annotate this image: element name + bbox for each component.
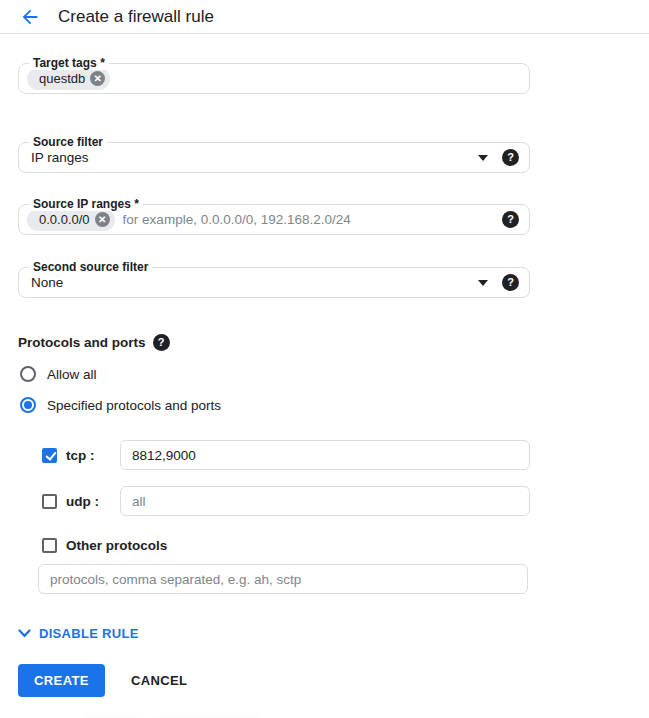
chip-close-icon[interactable]: ✕ (90, 71, 105, 86)
second-source-filter-label: Second source filter (29, 260, 152, 274)
other-protocols-checkbox[interactable] (42, 538, 57, 553)
other-protocols-row: Other protocols (18, 538, 530, 553)
source-filter-help-icon[interactable]: ? (502, 149, 519, 166)
radio-specified-label: Specified protocols and ports (47, 398, 221, 413)
tcp-ports-input[interactable] (120, 440, 530, 470)
tcp-checkbox[interactable] (42, 448, 57, 463)
back-button[interactable] (14, 1, 46, 33)
source-filter-label: Source filter (29, 135, 107, 149)
tcp-label: tcp : (66, 448, 120, 463)
firewall-rule-form: Target tags * questdb ✕ Source filter IP… (18, 63, 530, 718)
dropdown-arrow-icon[interactable] (478, 280, 488, 286)
udp-label: udp : (66, 494, 120, 509)
chip-text: 0.0.0.0/0 (39, 212, 90, 227)
page-title: Create a firewall rule (58, 7, 214, 27)
source-ip-ranges-label: Source IP ranges * (29, 197, 143, 211)
tcp-row: tcp : (18, 440, 530, 470)
target-tag-chip: questdb ✕ (27, 68, 110, 90)
second-source-filter-field[interactable]: Second source filter None ? (18, 267, 530, 298)
chip-close-icon[interactable]: ✕ (95, 212, 110, 227)
source-filter-field[interactable]: Source filter IP ranges ? (18, 142, 530, 173)
disable-rule-label: DISABLE RULE (39, 626, 139, 641)
radio-specified-protocols[interactable]: Specified protocols and ports (18, 397, 530, 413)
radio-allow-all-label: Allow all (47, 367, 97, 382)
radio-selected-icon[interactable] (20, 397, 36, 413)
create-button[interactable]: CREATE (18, 664, 105, 697)
other-protocols-input[interactable] (38, 564, 528, 594)
disable-rule-toggle[interactable]: DISABLE RULE (18, 626, 530, 641)
other-protocols-label: Other protocols (66, 538, 167, 553)
second-source-filter-help-icon[interactable]: ? (502, 274, 519, 291)
protocols-and-ports-section: Protocols and ports ? (18, 334, 530, 351)
header: Create a firewall rule (0, 0, 649, 33)
target-tags-input[interactable] (118, 71, 519, 86)
source-ip-chip: 0.0.0.0/0 ✕ (27, 209, 115, 231)
source-ip-ranges-help-icon[interactable]: ? (502, 211, 519, 228)
dropdown-arrow-icon[interactable] (478, 155, 488, 161)
target-tags-label: Target tags * (29, 56, 109, 70)
chip-text: questdb (39, 71, 85, 86)
radio-allow-all[interactable]: Allow all (18, 366, 530, 382)
form-actions: CREATE CANCEL (18, 664, 530, 697)
source-filter-value: IP ranges (27, 150, 470, 165)
second-source-filter-value: None (27, 275, 470, 290)
target-tags-field[interactable]: Target tags * questdb ✕ (18, 63, 530, 94)
protocols-and-ports-title: Protocols and ports (18, 335, 146, 350)
protocols-and-ports-help-icon[interactable]: ? (153, 334, 170, 351)
source-ip-ranges-input[interactable] (123, 212, 502, 227)
udp-ports-input[interactable] (120, 486, 530, 516)
header-divider (0, 33, 649, 34)
chevron-down-icon (18, 629, 31, 638)
udp-row: udp : (18, 486, 530, 516)
arrow-back-icon (19, 6, 41, 28)
source-ip-ranges-field[interactable]: Source IP ranges * 0.0.0.0/0 ✕ ? (18, 204, 530, 235)
cancel-button[interactable]: CANCEL (131, 673, 188, 688)
udp-checkbox[interactable] (42, 494, 57, 509)
radio-unselected-icon[interactable] (20, 366, 36, 382)
